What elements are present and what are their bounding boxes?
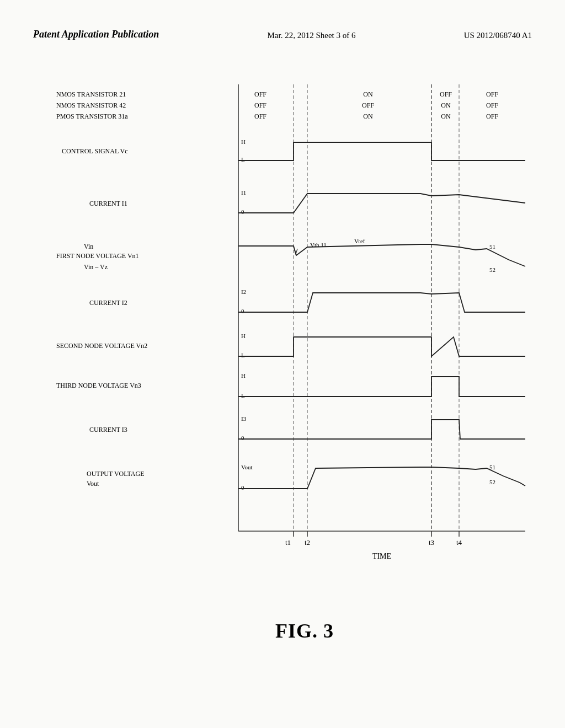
current-i1-wave xyxy=(238,194,525,213)
output-zero: 0 xyxy=(241,484,244,491)
current-i3-label: CURRENT I3 xyxy=(89,426,127,433)
nmos42-state4: OFF xyxy=(486,101,498,109)
nmos21-state4: OFF xyxy=(486,90,498,98)
figure-label: FIG. 3 xyxy=(56,619,553,643)
voltage-vn1-label: FIRST NODE VOLTAGE Vn1 xyxy=(56,252,139,260)
pmos31a-state1: OFF xyxy=(254,113,266,120)
vn3-l: L xyxy=(241,392,245,399)
control-h-label: H xyxy=(241,138,246,145)
diagram-container: text { font-family: 'Times New Roman', T… xyxy=(56,73,553,643)
nmos21-label: NMOS TRANSISTOR 21 xyxy=(56,90,126,98)
nmos42-state3: ON xyxy=(441,101,451,109)
t2-label: t2 xyxy=(305,538,310,547)
current-i2-label: CURRENT I2 xyxy=(89,299,127,307)
pmos31a-state2: ON xyxy=(363,113,373,120)
header-right: US 2012/068740 A1 xyxy=(464,31,532,40)
output-voltage-label: OUTPUT VOLTAGE xyxy=(87,470,145,478)
nmos42-label: NMOS TRANSISTOR 42 xyxy=(56,101,126,109)
control-signal-label: CONTROL SIGNAL Vc xyxy=(62,147,128,155)
t3-label: t3 xyxy=(429,538,434,547)
vn2-l: L xyxy=(241,352,245,358)
i2-level: I2 xyxy=(241,288,246,295)
current-i2-wave xyxy=(238,293,525,312)
control-signal-wave xyxy=(238,142,525,160)
date-sheet-label: Mar. 22, 2012 Sheet 3 of 6 xyxy=(268,31,356,40)
i1-zero: 0 xyxy=(241,208,244,215)
i1-level: I1 xyxy=(241,189,246,196)
header: Patent Application Publication Mar. 22, … xyxy=(0,0,565,51)
header-left: Patent Application Publication xyxy=(33,29,159,40)
voltage-vn1-vinvz-label: Vin – Vz xyxy=(84,263,108,271)
pmos31a-label: PMOS TRANSISTOR 31a xyxy=(56,113,128,120)
t1-label: t1 xyxy=(285,538,291,547)
timing-diagram: text { font-family: 'Times New Roman', T… xyxy=(56,73,553,614)
page: Patent Application Publication Mar. 22, … xyxy=(0,0,565,728)
pmos31a-state4: OFF xyxy=(486,113,498,120)
voltage-vn1-wave xyxy=(238,244,525,266)
nmos21-state2: ON xyxy=(363,90,373,98)
vn2-h: H xyxy=(241,333,246,339)
time-label: TIME xyxy=(372,552,391,560)
voltage-vn3-label: THIRD NODE VOLTAGE Vn3 xyxy=(56,382,141,389)
i3-level: I3 xyxy=(241,415,247,422)
annot-52-2: 52 xyxy=(489,479,495,485)
voltage-vn2-wave xyxy=(238,337,525,356)
nmos42-state2: OFF xyxy=(362,101,374,109)
control-l-label: L xyxy=(241,156,245,163)
t4-label: t4 xyxy=(456,538,462,547)
current-i3-wave xyxy=(238,420,525,439)
i2-zero: 0 xyxy=(241,308,244,314)
output-vout2-label: Vout xyxy=(87,480,99,488)
patent-number-label: US 2012/068740 A1 xyxy=(464,31,532,40)
i3-zero: 0 xyxy=(241,435,244,441)
header-center: Mar. 22, 2012 Sheet 3 of 6 xyxy=(268,31,356,40)
voltage-vn1-vin-label: Vin xyxy=(84,243,93,250)
output-voltage-wave xyxy=(238,467,525,489)
annot-52-1: 52 xyxy=(489,266,495,273)
voltage-vn3-wave xyxy=(238,377,525,397)
annot-51-1: 51 xyxy=(489,243,495,250)
pmos31a-state3: ON xyxy=(441,113,451,120)
nmos21-state3: OFF xyxy=(440,90,452,98)
vref-label: Vref xyxy=(354,238,365,244)
vn3-h: H xyxy=(241,372,246,379)
nmos21-state1: OFF xyxy=(254,90,266,98)
publication-label: Patent Application Publication xyxy=(33,29,159,40)
voltage-vn2-label: SECOND NODE VOLTAGE Vn2 xyxy=(56,342,147,350)
nmos42-state1: OFF xyxy=(254,101,266,109)
current-i1-label: CURRENT I1 xyxy=(89,200,127,207)
output-vout-label: Vout xyxy=(241,464,253,470)
